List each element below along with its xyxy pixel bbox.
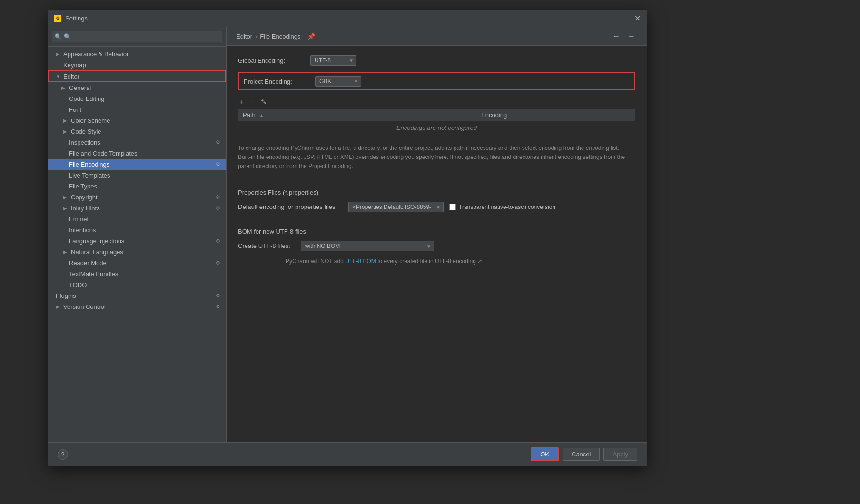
tree-item-natural-languages[interactable]: ▶ Natural Languages xyxy=(48,247,226,257)
tree-item-language-injections[interactable]: Language Injections ⚙ xyxy=(48,236,226,247)
tree-item-keymap[interactable]: ▶ Keymap xyxy=(48,59,226,70)
ok-button[interactable]: OK xyxy=(531,447,559,461)
bom-note: PyCharm will NOT add UTF-8 BOM to every … xyxy=(286,258,635,265)
tree-item-reader-mode[interactable]: Reader Mode ⚙ xyxy=(48,257,226,268)
gear-icon: ⚙ xyxy=(216,161,220,168)
search-input[interactable] xyxy=(52,31,222,42)
chevron-right-icon: ▶ xyxy=(61,85,67,90)
tree-item-general[interactable]: ▶ General xyxy=(48,82,226,93)
encoding-info-text: To change encoding PyCharm uses for a fi… xyxy=(238,144,628,171)
tree-item-file-code-templates[interactable]: File and Code Templates xyxy=(48,148,226,159)
transparent-conversion-checkbox[interactable] xyxy=(449,204,456,210)
search-wrapper: 🔍 xyxy=(52,31,222,42)
gear-icon: ⚙ xyxy=(216,139,220,146)
tree-item-todo[interactable]: TODO xyxy=(48,279,226,290)
bom-row: Create UTF-8 files: with NO BOM with BOM… xyxy=(238,241,635,251)
gear-icon: ⚙ xyxy=(216,304,220,310)
chevron-right-icon: ▶ xyxy=(56,304,61,309)
bom-link[interactable]: UTF-8 BOM xyxy=(345,258,376,265)
tree-item-live-templates[interactable]: Live Templates xyxy=(48,170,226,181)
bom-select[interactable]: with NO BOM with BOM xyxy=(301,241,434,251)
props-section-title: Properties Files (*.properties) xyxy=(238,189,635,196)
help-button[interactable]: ? xyxy=(58,449,68,460)
empty-table-row: Encodings are not configured xyxy=(238,121,635,135)
project-encoding-select[interactable]: GBK UTF-8 ISO-8859-1 xyxy=(315,76,361,87)
project-encoding-box: Project Encoding: GBK UTF-8 ISO-8859-1 ▼ xyxy=(238,72,635,90)
section-divider-2 xyxy=(238,220,635,220)
dialog-titlebar: ⚙ Settings ✕ xyxy=(48,10,647,27)
global-encoding-select[interactable]: UTF-8 GBK ISO-8859-1 xyxy=(310,55,356,66)
tree-item-code-editing[interactable]: Code Editing xyxy=(48,93,226,104)
table-toolbar: + − ✎ xyxy=(238,97,635,107)
tree-item-file-types[interactable]: File Types xyxy=(48,181,226,192)
gear-icon: ⚙ xyxy=(216,293,220,299)
dialog-title-area: ⚙ Settings xyxy=(54,15,88,22)
bom-section-title: BOM for new UTF-8 files xyxy=(238,228,635,235)
edit-encoding-button[interactable]: ✎ xyxy=(259,97,268,107)
project-encoding-select-wrapper: GBK UTF-8 ISO-8859-1 ▼ xyxy=(315,76,361,87)
encoding-column-header[interactable]: Encoding xyxy=(476,109,635,121)
tree-item-textmate-bundles[interactable]: TextMate Bundles xyxy=(48,268,226,279)
apply-button[interactable]: Apply xyxy=(603,448,637,461)
dialog-title: Settings xyxy=(65,15,88,22)
tree-item-intentions[interactable]: Intentions xyxy=(48,225,226,236)
tree-item-font[interactable]: Font xyxy=(48,104,226,115)
encoding-table: Path ▲ Encoding Encodings are not config… xyxy=(238,109,635,134)
tree-item-inlay-hints[interactable]: ▶ Inlay Hints ⚙ xyxy=(48,203,226,214)
path-column-header[interactable]: Path ▲ xyxy=(238,109,476,121)
content-body: Global Encoding: UTF-8 GBK ISO-8859-1 ▼ xyxy=(227,46,647,442)
tree-item-color-scheme[interactable]: ▶ Color Scheme xyxy=(48,115,226,126)
settings-tree-container: ▶ Appearance & Behavior ▶ Keymap ▼ Edito… xyxy=(48,47,226,442)
chevron-right-icon: ▶ xyxy=(56,51,61,57)
gear-icon: ⚙ xyxy=(216,238,220,244)
gear-icon: ⚙ xyxy=(216,194,220,200)
tree-item-plugins[interactable]: Plugins ⚙ xyxy=(48,290,226,301)
search-area: 🔍 xyxy=(48,27,226,47)
add-encoding-button[interactable]: + xyxy=(238,97,246,107)
remove-encoding-button[interactable]: − xyxy=(248,97,256,107)
bom-label: Create UTF-8 files: xyxy=(238,242,295,249)
tree-item-version-control[interactable]: ▶ Version Control ⚙ xyxy=(48,301,226,312)
bom-select-wrapper: with NO BOM with BOM ▼ xyxy=(301,241,434,251)
search-icon: 🔍 xyxy=(55,33,62,40)
breadcrumb-bar: Editor › File Encodings 📌 ← → xyxy=(227,27,647,46)
breadcrumb-parent: Editor xyxy=(236,33,252,40)
gear-icon: ⚙ xyxy=(216,205,220,211)
global-encoding-label: Global Encoding: xyxy=(238,57,305,64)
tree-item-copyright[interactable]: ▶ Copyright ⚙ xyxy=(48,192,226,203)
cancel-button[interactable]: Cancel xyxy=(563,448,600,461)
props-encoding-select-wrapper: <Properties Default: ISO-8859- UTF-8 GBK… xyxy=(348,202,444,212)
settings-dialog: ⚙ Settings ✕ 🔍 ▶ xyxy=(48,10,647,466)
nav-buttons: ← → xyxy=(611,32,637,40)
empty-table-message: Encodings are not configured xyxy=(238,121,635,135)
props-encoding-label: Default encoding for properties files: xyxy=(238,203,343,210)
settings-tree-panel: 🔍 ▶ Appearance & Behavior ▶ Keymap xyxy=(48,27,227,442)
chevron-right-icon: ▶ xyxy=(63,195,69,200)
chevron-right-icon: ▶ xyxy=(63,129,69,134)
breadcrumb-current: File Encodings xyxy=(260,33,300,40)
chevron-right-icon: ▶ xyxy=(63,118,69,123)
dialog-app-icon: ⚙ xyxy=(54,15,61,22)
tree-item-code-style[interactable]: ▶ Code Style xyxy=(48,126,226,137)
dialog-footer: ? OK Cancel Apply xyxy=(48,442,647,466)
global-encoding-select-wrapper: UTF-8 GBK ISO-8859-1 ▼ xyxy=(310,55,356,66)
tree-item-editor[interactable]: ▼ Editor xyxy=(48,70,226,82)
settings-content-panel: Editor › File Encodings 📌 ← → Global Enc… xyxy=(227,27,647,442)
transparent-conversion-label: Transparent native-to-ascii conversion xyxy=(449,204,555,210)
tree-item-emmet[interactable]: Emmet xyxy=(48,214,226,225)
tree-item-file-encodings[interactable]: File Encodings ⚙ xyxy=(48,159,226,170)
tree-item-inspections[interactable]: Inspections ⚙ xyxy=(48,137,226,148)
props-encoding-select[interactable]: <Properties Default: ISO-8859- UTF-8 GBK xyxy=(348,202,444,212)
dialog-close-button[interactable]: ✕ xyxy=(633,15,641,22)
nav-forward-button[interactable]: → xyxy=(626,32,637,40)
chevron-right-icon: ▶ xyxy=(63,249,69,255)
dialog-body: 🔍 ▶ Appearance & Behavior ▶ Keymap xyxy=(48,27,647,442)
global-encoding-row: Global Encoding: UTF-8 GBK ISO-8859-1 ▼ xyxy=(238,55,635,66)
project-encoding-label: Project Encoding: xyxy=(244,78,310,85)
pin-icon[interactable]: 📌 xyxy=(307,33,315,40)
ide-background: ⚙ Settings ✕ 🔍 ▶ xyxy=(0,0,860,504)
nav-back-button[interactable]: ← xyxy=(611,32,622,40)
section-divider-1 xyxy=(238,181,635,181)
chevron-down-icon: ▼ xyxy=(56,74,61,79)
tree-item-appearance[interactable]: ▶ Appearance & Behavior xyxy=(48,49,226,59)
